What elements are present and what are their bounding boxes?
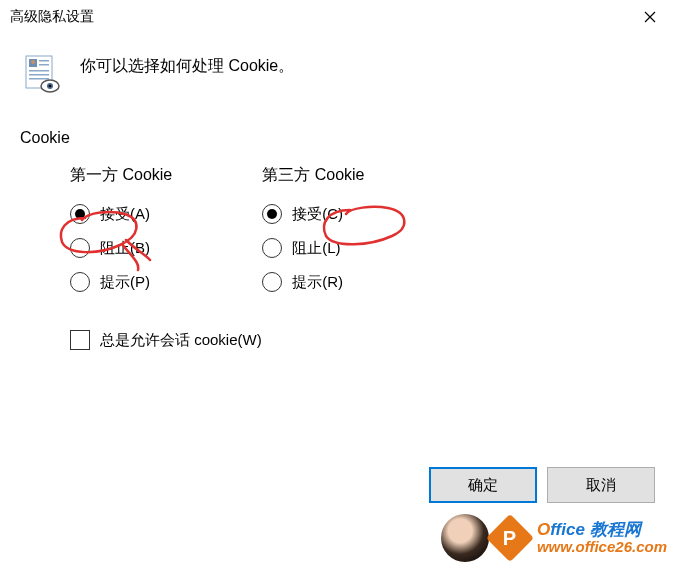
radio-icon xyxy=(262,204,282,224)
third-party-block-radio[interactable]: 阻止(L) xyxy=(262,238,364,258)
radio-label: 接受(A) xyxy=(100,205,150,224)
third-party-title: 第三方 Cookie xyxy=(262,165,364,186)
dialog-content: 你可以选择如何处理 Cookie。 Cookie 第一方 Cookie 接受(A… xyxy=(0,34,673,350)
always-allow-session-checkbox[interactable]: 总是允许会话 cookie(W) xyxy=(20,330,643,350)
first-party-title: 第一方 Cookie xyxy=(70,165,172,186)
radio-icon xyxy=(262,272,282,292)
watermark: P Office 教程网 www.office26.com xyxy=(441,514,667,562)
svg-point-10 xyxy=(49,85,52,88)
close-button[interactable] xyxy=(627,0,673,34)
svg-rect-5 xyxy=(29,70,49,72)
close-icon xyxy=(644,11,656,23)
button-label: 取消 xyxy=(586,476,616,495)
radio-label: 接受(C) xyxy=(292,205,343,224)
privacy-document-icon xyxy=(20,54,60,94)
info-text: 你可以选择如何处理 Cookie。 xyxy=(80,54,294,77)
cancel-button[interactable]: 取消 xyxy=(547,467,655,503)
svg-point-2 xyxy=(31,60,35,64)
first-party-column: 第一方 Cookie 接受(A) 阻止(B) 提示(P) xyxy=(70,165,172,306)
checkbox-label: 总是允许会话 cookie(W) xyxy=(100,331,262,350)
watermark-rest: ffice 教程网 xyxy=(550,520,640,539)
group-label-cookie: Cookie xyxy=(20,129,643,147)
checkbox-icon xyxy=(70,330,90,350)
info-row: 你可以选择如何处理 Cookie。 xyxy=(20,54,643,94)
svg-rect-3 xyxy=(39,60,49,62)
radio-label: 提示(R) xyxy=(292,273,343,292)
radio-label: 提示(P) xyxy=(100,273,150,292)
first-party-block-radio[interactable]: 阻止(B) xyxy=(70,238,172,258)
window-title: 高级隐私设置 xyxy=(10,8,94,26)
watermark-badge-icon: P xyxy=(486,514,534,562)
first-party-accept-radio[interactable]: 接受(A) xyxy=(70,204,172,224)
button-row: 确定 取消 xyxy=(429,467,655,503)
radio-icon xyxy=(70,204,90,224)
watermark-avatar xyxy=(441,514,489,562)
svg-rect-7 xyxy=(29,78,49,80)
radio-label: 阻止(L) xyxy=(292,239,340,258)
third-party-prompt-radio[interactable]: 提示(R) xyxy=(262,272,364,292)
svg-rect-4 xyxy=(39,64,49,66)
watermark-url: www.office26.com xyxy=(537,539,667,555)
radio-icon xyxy=(70,272,90,292)
first-party-prompt-radio[interactable]: 提示(P) xyxy=(70,272,172,292)
radio-icon xyxy=(70,238,90,258)
radio-icon xyxy=(262,238,282,258)
ok-button[interactable]: 确定 xyxy=(429,467,537,503)
watermark-text: Office 教程网 www.office26.com xyxy=(537,521,667,555)
button-label: 确定 xyxy=(468,476,498,495)
titlebar: 高级隐私设置 xyxy=(0,0,673,34)
watermark-o: O xyxy=(537,520,550,539)
third-party-column: 第三方 Cookie 接受(C) 阻止(L) 提示(R) xyxy=(262,165,364,306)
third-party-accept-radio[interactable]: 接受(C) xyxy=(262,204,364,224)
cookie-columns: 第一方 Cookie 接受(A) 阻止(B) 提示(P) 第三方 Cookie … xyxy=(20,165,643,306)
svg-rect-6 xyxy=(29,74,49,76)
radio-label: 阻止(B) xyxy=(100,239,150,258)
